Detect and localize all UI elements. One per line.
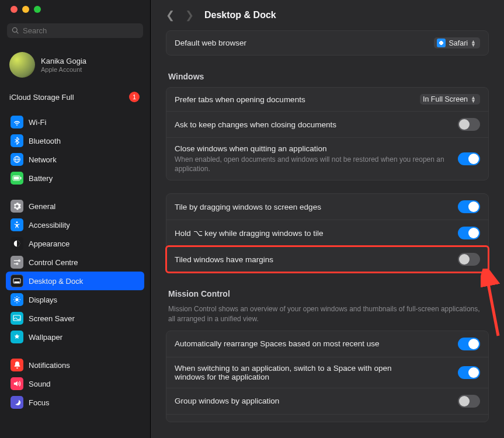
hold-opt-row: Hold ⌥ key while dragging windows to til… xyxy=(166,220,488,246)
chevron-updown-icon: ▲▼ xyxy=(471,40,476,47)
window-controls xyxy=(0,6,150,21)
search-icon xyxy=(12,27,19,34)
battery-icon xyxy=(11,172,23,185)
sidebar-item-label: Wi-Fi xyxy=(29,118,46,127)
sidebar-item-desktop-dock[interactable]: Desktop & Dock xyxy=(6,272,144,290)
group-windows-label: Group windows by application xyxy=(175,397,279,405)
sidebar-item-wallpaper[interactable]: Wallpaper xyxy=(6,328,144,346)
bluetooth-icon xyxy=(11,134,23,147)
account-name: Kanika Gogia xyxy=(41,57,86,67)
sidebar-item-battery[interactable]: Battery xyxy=(6,169,144,187)
sidebar-item-label: Sound xyxy=(29,380,51,388)
default-browser-row: Default web browser Safari ▲▼ xyxy=(166,31,488,55)
sidebar-item-screen-saver[interactable]: Screen Saver xyxy=(6,309,144,328)
sidebar-item-accessibility[interactable]: Accessibility xyxy=(6,215,144,234)
ask-keep-switch[interactable] xyxy=(458,118,480,131)
tile-drag-label: Tile by dragging windows to screen edges xyxy=(175,203,321,211)
gear-icon xyxy=(11,200,23,213)
svg-point-7 xyxy=(19,260,20,262)
default-browser-group: Default web browser Safari ▲▼ xyxy=(166,30,489,55)
close-window-button[interactable] xyxy=(11,6,18,13)
sidebar: Kanika Gogia Apple Account iCloud Storag… xyxy=(0,0,151,438)
sidebar-item-general[interactable]: General xyxy=(6,197,144,215)
default-browser-label: Default web browser xyxy=(175,39,246,47)
sidebar-item-label: Battery xyxy=(29,174,53,183)
sidebar-item-label: Screen Saver xyxy=(29,314,75,323)
back-button[interactable]: ❮ xyxy=(166,9,175,22)
ask-keep-row: Ask to keep changes when closing documen… xyxy=(166,112,488,138)
mission-heading: Mission Control xyxy=(166,286,489,304)
sidebar-item-label: Notifications xyxy=(29,361,70,370)
displays-icon xyxy=(11,293,23,306)
sidebar-item-wifi[interactable]: Wi-Fi xyxy=(6,113,144,131)
screen-saver-icon xyxy=(11,312,23,325)
auto-rearrange-label: Automatically rearrange Spaces based on … xyxy=(175,339,379,348)
sidebar-item-label: Control Centre xyxy=(29,258,78,267)
account-row[interactable]: Kanika Gogia Apple Account xyxy=(0,47,150,88)
svg-rect-3 xyxy=(14,177,19,180)
hold-opt-switch[interactable] xyxy=(458,227,480,239)
titlebar: ❮ ❯ Desktop & Dock xyxy=(166,0,489,30)
windows-heading: Windows xyxy=(166,68,489,87)
forward-button[interactable]: ❯ xyxy=(185,9,194,22)
sidebar-item-bluetooth[interactable]: Bluetooth xyxy=(6,131,144,150)
main-panel: ❮ ❯ Desktop & Dock Default web browser S… xyxy=(151,0,504,438)
icloud-badge: 1 xyxy=(129,92,140,102)
search-field[interactable] xyxy=(23,26,138,35)
tiled-margins-switch[interactable] xyxy=(458,253,480,266)
icloud-storage-label: iCloud Storage Full xyxy=(9,93,74,102)
control-centre-icon xyxy=(11,256,23,269)
tiled-margins-label: Tiled windows have margins xyxy=(175,255,273,264)
search-input[interactable] xyxy=(7,23,143,38)
auto-rearrange-row: Automatically rearrange Spaces based on … xyxy=(166,331,488,357)
close-windows-sub: When enabled, open documents and windows… xyxy=(175,155,451,173)
switch-space-label: When switching to an application, switch… xyxy=(175,364,420,381)
sidebar-item-focus[interactable]: Focus xyxy=(6,393,144,412)
sidebar-item-label: Focus xyxy=(29,398,49,407)
svg-point-11 xyxy=(15,298,18,301)
default-browser-select[interactable]: Safari ▲▼ xyxy=(434,37,480,48)
chevron-updown-icon: ▲▼ xyxy=(471,96,476,103)
sidebar-item-label: General xyxy=(29,202,55,211)
sidebar-item-control-centre[interactable]: Control Centre xyxy=(6,253,144,272)
switch-space-switch[interactable] xyxy=(458,366,480,379)
switch-space-row: When switching to an application, switch… xyxy=(166,357,488,388)
sidebar-item-label: Desktop & Dock xyxy=(29,277,83,286)
notifications-icon xyxy=(11,359,23,371)
tile-drag-switch[interactable] xyxy=(458,200,480,213)
tiled-margins-row: Tiled windows have margins xyxy=(166,246,488,272)
mission-extra-row xyxy=(166,415,488,422)
minimize-window-button[interactable] xyxy=(22,6,29,13)
auto-rearrange-switch[interactable] xyxy=(458,338,480,350)
sidebar-nav: Wi-Fi Bluetooth Network Battery Gener xyxy=(0,113,150,432)
sidebar-item-sound[interactable]: Sound xyxy=(6,374,144,393)
sidebar-item-label: Wallpaper xyxy=(29,333,62,342)
windows-group-2: Tile by dragging windows to screen edges… xyxy=(166,193,489,273)
close-windows-switch[interactable] xyxy=(458,152,480,165)
sidebar-item-appearance[interactable]: Appearance xyxy=(6,234,144,253)
prefer-tabs-select[interactable]: In Full Screen ▲▼ xyxy=(420,94,480,105)
close-windows-label: Close windows when quitting an applicati… xyxy=(175,144,451,153)
appearance-icon xyxy=(11,237,23,250)
prefer-tabs-value: In Full Screen xyxy=(423,95,468,103)
group-windows-row: Group windows by application xyxy=(166,388,488,415)
sidebar-item-network[interactable]: Network xyxy=(6,150,144,169)
svg-rect-4 xyxy=(20,177,22,179)
svg-point-8 xyxy=(16,263,18,265)
prefer-tabs-label: Prefer tabs when opening documents xyxy=(175,95,305,104)
maximize-window-button[interactable] xyxy=(34,6,41,13)
sidebar-item-displays[interactable]: Displays xyxy=(6,290,144,309)
windows-group-1: Prefer tabs when opening documents In Fu… xyxy=(166,87,489,180)
desktop-dock-icon xyxy=(11,274,23,287)
accessibility-icon xyxy=(11,218,23,231)
default-browser-value: Safari xyxy=(449,39,468,47)
sound-icon xyxy=(11,377,23,390)
network-icon xyxy=(11,153,23,166)
svg-rect-10 xyxy=(15,281,19,283)
hold-opt-label: Hold ⌥ key while dragging windows to til… xyxy=(175,228,324,238)
group-windows-switch[interactable] xyxy=(458,395,480,408)
sidebar-item-notifications[interactable]: Notifications xyxy=(6,356,144,374)
svg-rect-12 xyxy=(13,315,20,321)
sidebar-item-label: Accessibility xyxy=(29,221,70,230)
icloud-storage-row[interactable]: iCloud Storage Full 1 xyxy=(0,88,150,113)
